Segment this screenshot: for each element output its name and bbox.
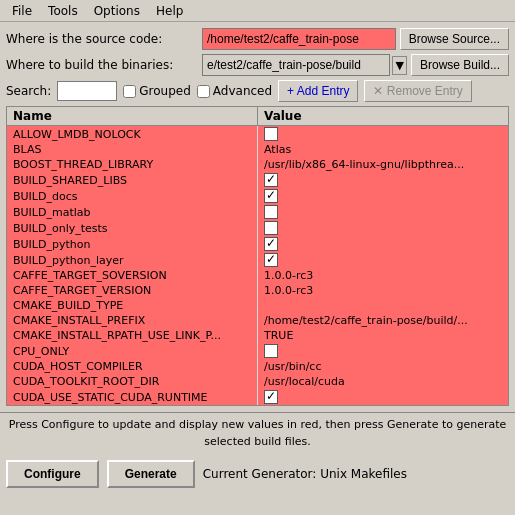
table-row[interactable]: CAFFE_TARGET_VERSION1.0.0-rc3 bbox=[7, 283, 508, 298]
cell-value: /usr/lib/x86_64-linux-gnu/librt.so bbox=[258, 405, 509, 406]
cell-name: CMAKE_INSTALL_PREFIX bbox=[7, 313, 258, 328]
cell-checkbox[interactable] bbox=[264, 205, 278, 219]
cell-value bbox=[258, 343, 509, 359]
cell-name: BLAS bbox=[7, 142, 258, 157]
cell-name: CAFFE_TARGET_VERSION bbox=[7, 283, 258, 298]
cell-value bbox=[258, 220, 509, 236]
cell-name: ALLOW_LMDB_NOLOCK bbox=[7, 126, 258, 143]
add-entry-button[interactable]: + Add Entry bbox=[278, 80, 358, 102]
cell-value: Atlas bbox=[258, 142, 509, 157]
cell-name: BUILD_python_layer bbox=[7, 252, 258, 268]
cell-value: /usr/bin/cc bbox=[258, 359, 509, 374]
cell-checkbox[interactable] bbox=[264, 390, 278, 404]
cell-checkbox[interactable] bbox=[264, 127, 278, 141]
cell-checkbox[interactable] bbox=[264, 253, 278, 267]
table-row[interactable]: CAFFE_TARGET_SOVERSION1.0.0-rc3 bbox=[7, 268, 508, 283]
cell-name: CMAKE_BUILD_TYPE bbox=[7, 298, 258, 313]
build-row: Where to build the binaries: ▼ Browse Bu… bbox=[6, 54, 509, 76]
cell-value: /home/test2/caffe_train-pose/build/... bbox=[258, 313, 509, 328]
cell-name: CPU_ONLY bbox=[7, 343, 258, 359]
advanced-label: Advanced bbox=[213, 84, 272, 98]
cell-name: BUILD_SHARED_LIBS bbox=[7, 172, 258, 188]
table-row[interactable]: CMAKE_BUILD_TYPE bbox=[7, 298, 508, 313]
cell-name: BUILD_matlab bbox=[7, 204, 258, 220]
grouped-checkbox[interactable] bbox=[123, 85, 136, 98]
table-row[interactable]: BUILD_python bbox=[7, 236, 508, 252]
search-input[interactable] bbox=[57, 81, 117, 101]
cell-value bbox=[258, 172, 509, 188]
cell-name: CUDA_rt_LIBRARY bbox=[7, 405, 258, 406]
cell-name: CUDA_USE_STATIC_CUDA_RUNTIME bbox=[7, 389, 258, 405]
menu-file[interactable]: File bbox=[4, 2, 40, 20]
cell-value: 1.0.0-rc3 bbox=[258, 283, 509, 298]
advanced-checkbox[interactable] bbox=[197, 85, 210, 98]
col-header-value: Value bbox=[258, 107, 509, 126]
source-row: Where is the source code: Browse Source.… bbox=[6, 28, 509, 50]
cell-value bbox=[258, 298, 509, 313]
browse-build-button[interactable]: Browse Build... bbox=[411, 54, 509, 76]
cell-value: TRUE bbox=[258, 328, 509, 343]
menu-tools[interactable]: Tools bbox=[40, 2, 86, 20]
cell-name: BUILD_only_tests bbox=[7, 220, 258, 236]
table-row[interactable]: BUILD_python_layer bbox=[7, 252, 508, 268]
grouped-checkbox-label[interactable]: Grouped bbox=[123, 84, 191, 98]
generator-label: Current Generator: Unix Makefiles bbox=[203, 467, 509, 481]
table-row[interactable]: CMAKE_INSTALL_PREFIX/home/test2/caffe_tr… bbox=[7, 313, 508, 328]
search-row: Search: Grouped Advanced + Add Entry ✕ R… bbox=[6, 80, 509, 102]
main-panel: Where is the source code: Browse Source.… bbox=[0, 22, 515, 412]
table-row[interactable]: CMAKE_INSTALL_RPATH_USE_LINK_P...TRUE bbox=[7, 328, 508, 343]
remove-entry-button[interactable]: ✕ Remove Entry bbox=[364, 80, 471, 102]
col-header-name: Name bbox=[7, 107, 258, 126]
build-label: Where to build the binaries: bbox=[6, 58, 196, 72]
cell-value bbox=[258, 188, 509, 204]
source-input[interactable] bbox=[202, 28, 396, 50]
table-row[interactable]: CPU_ONLY bbox=[7, 343, 508, 359]
cell-name: CMAKE_INSTALL_RPATH_USE_LINK_P... bbox=[7, 328, 258, 343]
cell-value: 1.0.0-rc3 bbox=[258, 268, 509, 283]
grouped-label: Grouped bbox=[139, 84, 191, 98]
source-label: Where is the source code: bbox=[6, 32, 196, 46]
cell-name: BUILD_docs bbox=[7, 188, 258, 204]
table-row[interactable]: CUDA_rt_LIBRARY/usr/lib/x86_64-linux-gnu… bbox=[7, 405, 508, 406]
search-label: Search: bbox=[6, 84, 51, 98]
table-row[interactable]: BUILD_SHARED_LIBS bbox=[7, 172, 508, 188]
table-row[interactable]: BUILD_docs bbox=[7, 188, 508, 204]
menu-options[interactable]: Options bbox=[86, 2, 148, 20]
table-row[interactable]: BLASAtlas bbox=[7, 142, 508, 157]
cell-value: /usr/lib/x86_64-linux-gnu/libpthrea... bbox=[258, 157, 509, 172]
configure-button[interactable]: Configure bbox=[6, 460, 99, 488]
menu-help[interactable]: Help bbox=[148, 2, 191, 20]
cell-checkbox[interactable] bbox=[264, 173, 278, 187]
cell-name: CUDA_HOST_COMPILER bbox=[7, 359, 258, 374]
cmake-table: Name Value ALLOW_LMDB_NOLOCKBLASAtlasBOO… bbox=[6, 106, 509, 406]
advanced-checkbox-label[interactable]: Advanced bbox=[197, 84, 272, 98]
cell-name: BUILD_python bbox=[7, 236, 258, 252]
bottom-bar: Configure Generate Current Generator: Un… bbox=[0, 454, 515, 494]
build-input[interactable] bbox=[202, 54, 390, 76]
table-row[interactable]: CUDA_TOOLKIT_ROOT_DIR/usr/local/cuda bbox=[7, 374, 508, 389]
status-text: Press Configure to update and display ne… bbox=[9, 418, 507, 448]
cell-value bbox=[258, 126, 509, 143]
table-row[interactable]: CUDA_USE_STATIC_CUDA_RUNTIME bbox=[7, 389, 508, 405]
cell-name: CUDA_TOOLKIT_ROOT_DIR bbox=[7, 374, 258, 389]
table-row[interactable]: BUILD_only_tests bbox=[7, 220, 508, 236]
cell-value bbox=[258, 389, 509, 405]
cell-name: CAFFE_TARGET_SOVERSION bbox=[7, 268, 258, 283]
cell-name: BOOST_THREAD_LIBRARY bbox=[7, 157, 258, 172]
table-row[interactable]: ALLOW_LMDB_NOLOCK bbox=[7, 126, 508, 143]
cell-checkbox[interactable] bbox=[264, 237, 278, 251]
cell-checkbox[interactable] bbox=[264, 344, 278, 358]
generate-button[interactable]: Generate bbox=[107, 460, 195, 488]
table-row[interactable]: BUILD_matlab bbox=[7, 204, 508, 220]
cell-value bbox=[258, 204, 509, 220]
table-row[interactable]: BOOST_THREAD_LIBRARY/usr/lib/x86_64-linu… bbox=[7, 157, 508, 172]
status-bar: Press Configure to update and display ne… bbox=[0, 412, 515, 454]
cell-value: /usr/local/cuda bbox=[258, 374, 509, 389]
browse-source-button[interactable]: Browse Source... bbox=[400, 28, 509, 50]
menubar: File Tools Options Help bbox=[0, 0, 515, 22]
cell-value bbox=[258, 236, 509, 252]
table-row[interactable]: CUDA_HOST_COMPILER/usr/bin/cc bbox=[7, 359, 508, 374]
cell-value bbox=[258, 252, 509, 268]
cell-checkbox[interactable] bbox=[264, 221, 278, 235]
cell-checkbox[interactable] bbox=[264, 189, 278, 203]
